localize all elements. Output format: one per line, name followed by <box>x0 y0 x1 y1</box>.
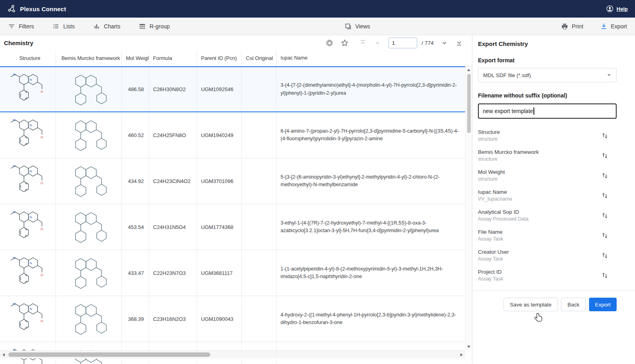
reorder-field-icon[interactable] <box>601 132 609 139</box>
column-header[interactable]: Parent ID (Pcn) <box>197 50 242 66</box>
reorder-field-icon[interactable] <box>601 212 609 219</box>
page-total: / 774 <box>422 40 434 46</box>
export-format-value: MDL SDF file (*.sdf) <box>483 72 531 78</box>
scroll-right-arrow[interactable] <box>460 353 463 356</box>
cst-original-value <box>242 158 277 204</box>
iupac-name-value: 1-(1-acetylpiperidin-4-yl)-8-(2-methoxyp… <box>277 250 472 296</box>
back-button[interactable]: Back <box>561 298 586 311</box>
chevron-down-icon <box>607 73 611 78</box>
column-header-label: Iupac Name <box>281 54 307 62</box>
table-header: Structure Bemis Murcko framework Mol Wei… <box>0 50 472 66</box>
table-row[interactable]: N N O 486.58 C26H30N8O2 UGM1092546 3-(4-… <box>0 66 472 112</box>
page-input[interactable] <box>388 38 417 48</box>
scroll-down-arrow[interactable] <box>467 346 470 348</box>
structure-search-icon[interactable] <box>325 39 334 47</box>
reorder-field-icon[interactable] <box>601 192 609 199</box>
table-row[interactable]: N N O 434.92 C24H23ClN4O2 UGM3701096 5-{… <box>0 158 472 204</box>
structure-cell[interactable]: N N O <box>0 67 56 111</box>
svg-text:O: O <box>40 181 43 185</box>
charts-icon <box>93 23 100 30</box>
scroll-up-arrow[interactable] <box>467 69 470 71</box>
table-row[interactable]: N N O 368.39 C23H16N2O3 UGM1090043 4-hyd… <box>0 296 472 342</box>
export-button-top[interactable]: Export <box>600 23 627 30</box>
first-page-icon[interactable] <box>359 39 367 47</box>
filename-input[interactable]: new export template <box>478 103 617 119</box>
vertical-scrollbar[interactable] <box>465 66 472 350</box>
svg-text:O: O <box>40 319 43 323</box>
svg-text:N: N <box>30 78 32 81</box>
svg-text:N: N <box>13 164 15 168</box>
export-field-row: Iupac Name VV_Iupacname <box>478 185 617 205</box>
export-field-name: Analytical Sop ID <box>478 209 528 215</box>
column-header-label: Mol Weigh <box>126 55 149 61</box>
reorder-field-icon[interactable] <box>601 152 609 159</box>
iupac-name-value: 3-(4-{7-[2-(dimethylamino)ethyl]-4-(morp… <box>277 67 472 111</box>
next-page-icon[interactable] <box>440 39 448 47</box>
export-field-name: Mol Weight <box>478 169 505 175</box>
last-page-icon[interactable] <box>455 39 463 47</box>
help-link[interactable]: Help <box>617 6 628 12</box>
table-row[interactable]: N N O 433.47 C22H23N7O3 UGM3681117 1-(1-… <box>0 250 472 296</box>
column-header[interactable]: Iupac Name <box>277 50 472 66</box>
table-row[interactable]: N N O 453.54 C24H31N5O4 UGM1774368 3-eth… <box>0 204 472 250</box>
horizontal-scroll-thumb[interactable] <box>8 352 210 357</box>
cst-original-value <box>242 296 277 342</box>
filters-button[interactable]: Filters <box>8 23 34 30</box>
export-field-name: Iupac Name <box>478 189 512 195</box>
horizontal-scrollbar[interactable] <box>0 350 465 358</box>
svg-text:O: O <box>40 227 43 231</box>
reorder-field-icon[interactable] <box>601 172 609 179</box>
parent-id-value: UGM1940249 <box>197 112 242 158</box>
export-field-name: File Name <box>478 229 503 235</box>
formula-value: C24H25FN8O <box>149 112 197 158</box>
svg-text:N: N <box>13 302 15 306</box>
export-field-row: Analytical Sop ID Assay Processed Data <box>478 205 617 225</box>
molecule-framework-image <box>59 70 119 109</box>
svg-text:N: N <box>13 72 15 76</box>
print-button[interactable]: Print <box>561 23 583 30</box>
charts-button[interactable]: Charts <box>93 23 120 30</box>
reorder-field-icon[interactable] <box>601 252 609 259</box>
column-header[interactable]: Cst Original <box>242 50 277 66</box>
molecule-structure-image: N N O <box>6 70 50 109</box>
views-button[interactable]: Views <box>344 23 370 30</box>
views-label: Views <box>355 23 370 30</box>
vertical-scroll-thumb[interactable] <box>467 74 471 133</box>
previous-page-icon[interactable] <box>374 39 382 47</box>
column-header[interactable]: Bemis Murcko framework <box>56 50 122 66</box>
iupac-name-value: 6-[4-amino-7-(propan-2-yl)-7H-pyrrolo[2,… <box>277 112 472 158</box>
structure-cell[interactable]: N N O <box>0 158 56 204</box>
export-field-source: Assay Task <box>478 256 509 262</box>
page-title: Chemistry <box>4 40 33 46</box>
table-row[interactable]: N N O 460.52 C24H25FN8O UGM1940249 6-[4-… <box>0 112 472 158</box>
formula-value: C22H23N7O3 <box>149 250 197 296</box>
structure-cell[interactable]: N N O <box>0 112 56 158</box>
column-header[interactable]: Formula <box>149 50 197 66</box>
export-format-select[interactable]: MDL SDF file (*.sdf) <box>478 68 617 82</box>
table-body: N N O 486.58 C26H30N8O2 UGM1092546 3-(4-… <box>0 66 472 364</box>
save-as-template-button[interactable]: Save as template <box>504 298 558 311</box>
column-header[interactable]: Mol Weigh <box>122 50 149 66</box>
rgroup-label: R-group <box>149 23 170 30</box>
lists-label: Lists <box>63 23 75 30</box>
export-field-row: Bemis Murcko framework structure <box>478 145 617 165</box>
scroll-left-arrow[interactable] <box>2 353 5 356</box>
lists-button[interactable]: Lists <box>52 23 75 30</box>
export-field-name: Bemis Murcko framework <box>478 149 539 155</box>
reorder-field-icon[interactable] <box>601 232 609 239</box>
mol-weight-value: 453.54 <box>122 204 149 250</box>
export-format-label: Export format <box>478 57 617 64</box>
column-header[interactable]: Structure <box>0 50 56 66</box>
mol-weight-value: 433.47 <box>122 250 149 296</box>
export-button[interactable]: Export <box>589 298 617 311</box>
filename-label: Filename without suffix (optional) <box>478 92 617 99</box>
mol-weight-value: 486.58 <box>122 67 149 111</box>
grid-header: Chemistry <box>0 35 472 50</box>
rgroup-button[interactable]: R-group <box>139 23 170 30</box>
export-field-source: VV_Iupacname <box>478 196 512 202</box>
structure-cell[interactable]: N N O <box>0 204 56 250</box>
favorite-star-icon[interactable] <box>340 39 349 47</box>
reorder-field-icon[interactable] <box>601 272 609 279</box>
structure-cell[interactable]: N N O <box>0 296 56 342</box>
structure-cell[interactable]: N N O <box>0 250 56 296</box>
